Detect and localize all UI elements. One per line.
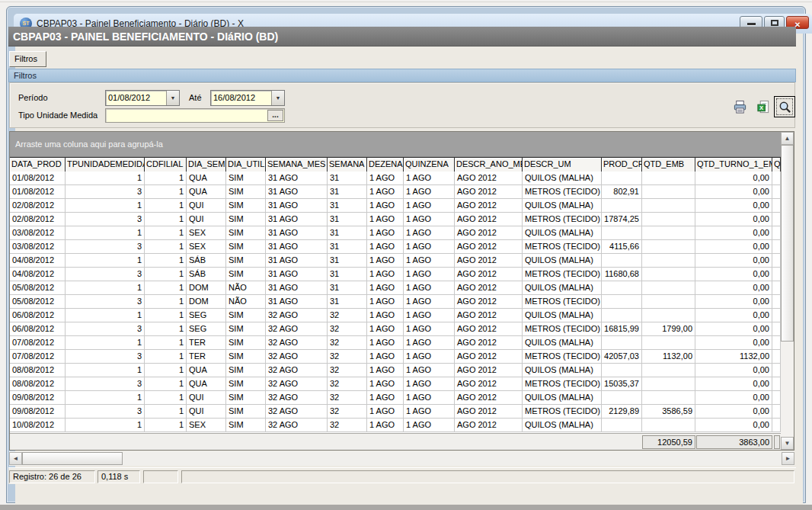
grid-cell[interactable]: 0,00 xyxy=(695,185,772,199)
grid-cell[interactable]: TER xyxy=(187,336,226,350)
grid-cell[interactable]: SIM xyxy=(226,309,266,322)
table-row[interactable]: 08/08/201211QUASIM32 AGO321 AGO1 AGOAGO … xyxy=(10,364,781,377)
grid-cell[interactable]: NÃO xyxy=(226,295,266,309)
table-row[interactable]: 03/08/201231SEXSIM31 AGO311 AGO1 AGOAGO … xyxy=(10,240,781,254)
grid-cell[interactable]: 10/08/2012 xyxy=(10,419,66,432)
grid-cell[interactable] xyxy=(602,391,642,405)
grid-cell[interactable]: 1 AGO xyxy=(367,295,404,309)
column-header-q[interactable]: Q xyxy=(772,157,781,172)
grid-cell[interactable]: SEG xyxy=(187,322,226,336)
grid-cell[interactable]: QUI xyxy=(187,391,226,405)
grid-cell[interactable]: 02/08/2012 xyxy=(10,199,66,213)
grid-cell[interactable] xyxy=(602,172,642,185)
grid-cell[interactable]: AGO 2012 xyxy=(455,364,523,377)
grid-cell[interactable]: 0,00 xyxy=(695,391,772,405)
grid-cell[interactable]: 31 AGO xyxy=(266,213,328,226)
grid-cell[interactable]: SIM xyxy=(226,364,266,377)
grid-cell[interactable]: QUI xyxy=(187,213,226,226)
grid-cell[interactable]: 1 xyxy=(145,268,187,281)
grid-cell[interactable]: 09/08/2012 xyxy=(10,405,66,419)
grid-cell[interactable]: 07/08/2012 xyxy=(10,350,66,364)
grid-cell[interactable] xyxy=(642,364,695,377)
grid-cell[interactable]: 1 AGO xyxy=(367,336,404,350)
column-header-descr_um[interactable]: DESCR_UM xyxy=(523,157,602,172)
grid-cell[interactable]: AGO 2012 xyxy=(455,350,523,364)
grid-cell[interactable]: 32 xyxy=(328,309,367,322)
grid-cell[interactable]: 31 xyxy=(328,268,367,281)
grid-cell[interactable] xyxy=(642,377,695,391)
grid-cell[interactable]: 1 AGO xyxy=(367,268,404,281)
grid-cell[interactable]: 1 xyxy=(145,295,187,309)
grid-cell[interactable] xyxy=(642,172,695,185)
grid-cell[interactable]: METROS (TECIDO) xyxy=(523,350,602,364)
grid-cell[interactable] xyxy=(602,254,642,268)
grid-cell[interactable] xyxy=(772,185,781,199)
grid-cell[interactable]: 06/08/2012 xyxy=(10,322,66,336)
grid-cell[interactable]: 0,00 xyxy=(695,281,772,295)
grid-cell[interactable]: 1 AGO xyxy=(404,226,455,240)
grid-cell[interactable]: METROS (TECIDO) xyxy=(523,322,602,336)
grid-cell[interactable]: 3 xyxy=(66,350,145,364)
grid-cell[interactable] xyxy=(772,309,781,322)
grid-cell[interactable]: 1 AGO xyxy=(404,364,455,377)
grid-cell[interactable]: SIM xyxy=(226,172,266,185)
filters-section-header[interactable]: Filtros xyxy=(8,69,796,82)
grid-cell[interactable]: 15035,37 xyxy=(602,377,642,391)
grid-cell[interactable]: AGO 2012 xyxy=(455,199,523,213)
grid-cell[interactable]: 32 AGO xyxy=(266,350,328,364)
grid-cell[interactable]: 1 xyxy=(145,254,187,268)
table-row[interactable]: 05/08/201211DOMNÃO31 AGO311 AGO1 AGOAGO … xyxy=(10,281,781,295)
grid-cell[interactable]: 0,00 xyxy=(695,322,772,336)
grid-cell[interactable]: 1 xyxy=(145,405,187,419)
grid-cell[interactable]: QUI xyxy=(187,199,226,213)
grid-cell[interactable]: 07/08/2012 xyxy=(10,336,66,350)
grid-cell[interactable]: METROS (TECIDO) xyxy=(523,268,602,281)
grid-cell[interactable] xyxy=(772,350,781,364)
grid-cell[interactable]: SIM xyxy=(226,240,266,254)
grid-cell[interactable]: 31 AGO xyxy=(266,281,328,295)
grid-cell[interactable] xyxy=(642,254,695,268)
grid-cell[interactable]: 1 xyxy=(145,172,187,185)
grid-cell[interactable]: 0,00 xyxy=(695,199,772,213)
grid-cell[interactable]: SIM xyxy=(226,336,266,350)
print-button[interactable] xyxy=(730,97,750,117)
horizontal-scroll-thumb[interactable] xyxy=(22,452,123,465)
grid-cell[interactable]: 1 AGO xyxy=(404,185,455,199)
grid-cell[interactable] xyxy=(642,185,695,199)
grid-cell[interactable]: 31 xyxy=(328,240,367,254)
grid-cell[interactable]: 1 AGO xyxy=(367,419,404,432)
grid-cell[interactable] xyxy=(642,391,695,405)
grid-cell[interactable]: 1 xyxy=(145,364,187,377)
grid-cell[interactable] xyxy=(772,322,781,336)
tipo-unidade-input[interactable]: ... xyxy=(105,108,285,123)
grid-cell[interactable] xyxy=(772,391,781,405)
grid-cell[interactable]: 1 xyxy=(145,350,187,364)
grid-cell[interactable]: 1 AGO xyxy=(367,322,404,336)
grid-cell[interactable]: SIM xyxy=(226,226,266,240)
column-header-qtd_emb[interactable]: QTD_EMB xyxy=(642,157,695,172)
grid-cell[interactable]: AGO 2012 xyxy=(455,377,523,391)
table-row[interactable]: 02/08/201211QUISIM31 AGO311 AGO1 AGOAGO … xyxy=(10,199,781,213)
grid-cell[interactable]: 31 xyxy=(328,226,367,240)
grid-cell[interactable]: AGO 2012 xyxy=(455,419,523,432)
grid-cell[interactable]: 32 xyxy=(328,377,367,391)
grid-cell[interactable]: 1 AGO xyxy=(404,322,455,336)
grid-cell[interactable]: 31 xyxy=(328,281,367,295)
vertical-scroll-thumb[interactable] xyxy=(781,145,794,342)
grid-cell[interactable]: 0,00 xyxy=(695,336,772,350)
grid-cell[interactable]: 32 xyxy=(328,350,367,364)
grid-cell[interactable]: 1 AGO xyxy=(404,295,455,309)
periodo-from-dropdown-button[interactable]: ▼ xyxy=(166,91,179,105)
grid-cell[interactable]: 1 AGO xyxy=(367,199,404,213)
grid-cell[interactable]: QUILOS (MALHA) xyxy=(523,336,602,350)
grid-cell[interactable]: 1 AGO xyxy=(367,240,404,254)
column-header-tpunidademedida[interactable]: TPUNIDADEMEDIDA xyxy=(66,157,145,172)
grid-cell[interactable]: 1 AGO xyxy=(404,240,455,254)
grid-cell[interactable]: AGO 2012 xyxy=(455,185,523,199)
grid-cell[interactable]: 08/08/2012 xyxy=(10,364,66,377)
export-excel-button[interactable]: X xyxy=(753,97,774,117)
grid-cell[interactable]: METROS (TECIDO) xyxy=(523,405,602,419)
table-row[interactable]: 03/08/201211SEXSIM31 AGO311 AGO1 AGOAGO … xyxy=(10,226,781,240)
column-header-semana_mes[interactable]: SEMANA_MES xyxy=(266,157,328,172)
grid-cell[interactable]: 1 xyxy=(66,391,145,405)
